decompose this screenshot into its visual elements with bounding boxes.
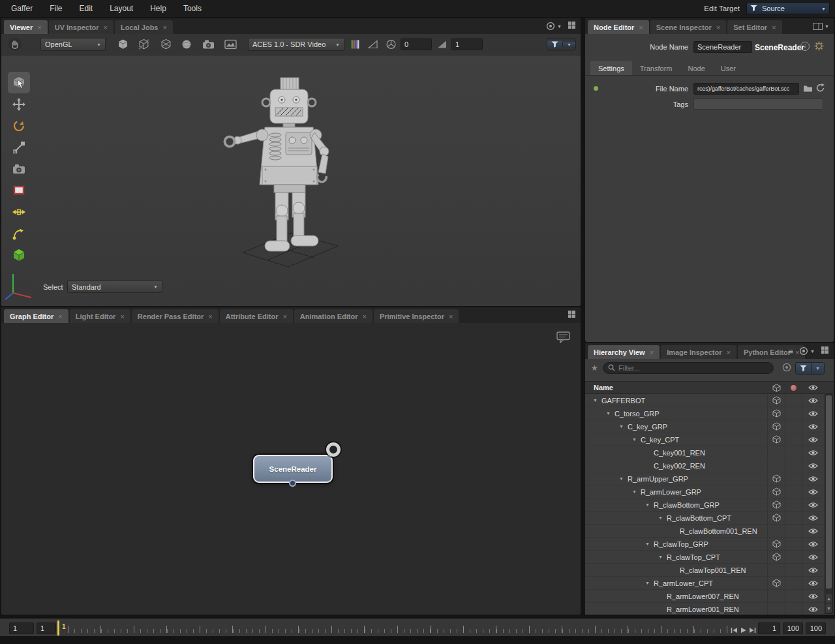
expander-icon[interactable]: ▼ — [593, 398, 601, 403]
viewer-tab-local-jobs[interactable]: Local Jobs× — [115, 20, 173, 34]
s​ets-cell[interactable] — [767, 564, 785, 576]
shading-solid-icon[interactable] — [117, 39, 129, 50]
hierarchy-row-c-key001-ren[interactable]: C_key001_REN — [585, 446, 834, 459]
hierarchy-row-r-armlower-grp[interactable]: ▼R_armLower_GRP — [585, 485, 834, 498]
s​ets-cell[interactable] — [767, 498, 785, 511]
node-output-plug[interactable] — [326, 442, 341, 457]
name-column-header[interactable]: Name — [585, 384, 767, 391]
s​ets-cell[interactable] — [767, 577, 785, 589]
expander-icon[interactable]: ▼ — [645, 581, 654, 585]
hierarchy-row-r-clawbottom001-ren[interactable]: R_clawBottom001_REN — [585, 525, 834, 538]
shading-points-icon[interactable] — [181, 39, 192, 50]
s​ets-cell[interactable] — [767, 485, 785, 498]
expander-icon[interactable]: ▼ — [619, 476, 628, 481]
gafferbot-model[interactable] — [223, 75, 354, 271]
tab-close-icon[interactable]: × — [104, 23, 108, 31]
aim-light-tool[interactable] — [8, 222, 30, 244]
exclusions-cell[interactable] — [785, 485, 802, 498]
graph-editor-canvas[interactable]: SceneReader — [1, 323, 581, 615]
tab-close-icon[interactable]: × — [772, 23, 776, 31]
visibility-cell[interactable] — [802, 394, 824, 406]
crop-window-tool[interactable] — [8, 179, 30, 201]
edit-target-source-button[interactable]: Source ▼ — [746, 3, 830, 14]
visibility-cell[interactable] — [802, 551, 824, 563]
s​ets-cell[interactable] — [767, 603, 785, 615]
tab-close-icon[interactable]: × — [726, 348, 730, 356]
exclusions-cell[interactable] — [785, 472, 802, 485]
visibility-cell[interactable] — [802, 407, 824, 420]
expander-icon[interactable]: ▼ — [632, 437, 641, 442]
hierarchy-row-c-key-cpt[interactable]: ▼C_key_CPT — [585, 433, 834, 446]
hamburger-icon[interactable]: ≡ — [788, 346, 793, 356]
tab-close-icon[interactable]: × — [362, 313, 366, 320]
hierarchy-tab-hierarchy-view[interactable]: Hierarchy View× — [588, 345, 660, 359]
timeline-ruler[interactable] — [68, 621, 728, 634]
skip-to-end-button[interactable] — [749, 624, 756, 636]
s​ets-cell[interactable] — [767, 433, 785, 446]
section-tab-settings[interactable]: Settings — [590, 61, 632, 76]
tab-close-icon[interactable]: × — [208, 313, 212, 320]
visibility-cell[interactable] — [802, 603, 824, 615]
hierarchy-row-r-clawbottom-grp[interactable]: ▼R_clawBottom_GRP — [585, 498, 834, 512]
play-button[interactable] — [740, 624, 747, 636]
graph-tab-attribute-editor[interactable]: Attribute Editor× — [220, 309, 293, 323]
hierarchy-row-c-key-grp[interactable]: ▼C_key_GRP — [585, 420, 834, 433]
s​ets-cell[interactable] — [767, 459, 785, 472]
visibility-column-header[interactable] — [802, 382, 824, 393]
exclusions-cell[interactable] — [785, 433, 802, 446]
exclusions-cell[interactable] — [785, 590, 802, 602]
expander-icon[interactable]: ▼ — [606, 411, 615, 416]
hierarchy-row-r-armlower-cpt[interactable]: ▼R_armLower_CPT — [585, 577, 834, 590]
annotations-icon[interactable] — [556, 331, 570, 346]
expander-icon[interactable]: ▼ — [645, 542, 654, 546]
menu-help[interactable]: Help — [142, 0, 175, 17]
node-bottom-plug[interactable] — [289, 480, 296, 487]
scale-tool[interactable] — [8, 136, 30, 158]
layout-menu-icon[interactable] — [568, 20, 576, 32]
node-editor-tab-scene-inspector[interactable]: Scene Inspector× — [650, 20, 726, 34]
graph-tab-render-pass-editor[interactable]: Render Pass Editor× — [132, 309, 219, 323]
visibility-cell[interactable] — [802, 512, 824, 524]
scroll-up-button[interactable]: ▲ — [826, 594, 832, 603]
s​ets-cell[interactable] — [767, 538, 785, 550]
visibility-cell[interactable] — [802, 446, 824, 459]
node-name-input[interactable] — [693, 41, 752, 53]
expander-icon[interactable]: ▼ — [658, 555, 667, 559]
graph-tab-graph-editor[interactable]: Graph Editor× — [4, 309, 68, 323]
hierarchy-row-r-clawbottom-cpt[interactable]: ▼R_clawBottom_CPT — [585, 512, 834, 525]
exclusions-cell[interactable] — [785, 446, 802, 459]
selection-sync-icon[interactable] — [782, 363, 791, 375]
sets-column-header[interactable] — [767, 382, 785, 393]
hierarchy-row-r-clawtop001-ren[interactable]: R_clawTop001_REN — [585, 564, 834, 577]
exclusions-cell[interactable] — [785, 577, 802, 589]
hierarchy-row-gafferbot[interactable]: ▼GAFFERBOT — [585, 394, 834, 407]
rotate-tool[interactable] — [8, 115, 30, 136]
tags-input[interactable] — [693, 99, 823, 110]
visibility-cell[interactable] — [802, 472, 824, 485]
pan-hand-icon[interactable] — [8, 37, 22, 52]
visibility-cell[interactable] — [802, 498, 824, 511]
visibility-cell[interactable] — [802, 577, 824, 589]
menu-layout[interactable]: Layout — [101, 0, 142, 17]
graph-tab-primitive-inspector[interactable]: Primitive Inspector× — [374, 309, 459, 323]
clipping-icon[interactable] — [368, 40, 378, 49]
s​ets-cell[interactable] — [767, 446, 785, 459]
exclusions-cell[interactable] — [785, 394, 802, 406]
hierarchy-row-c-key002-ren[interactable]: C_key002_REN — [585, 459, 834, 472]
tab-close-icon[interactable]: × — [650, 348, 654, 356]
section-tab-transform[interactable]: Transform — [632, 61, 680, 76]
shading-wireframe-icon[interactable] — [160, 39, 172, 50]
frame-range-max-field[interactable] — [806, 622, 826, 634]
node-editor-tab-set-editor[interactable]: Set Editor× — [727, 20, 782, 34]
tab-close-icon[interactable]: × — [58, 313, 62, 320]
exclusions-cell[interactable] — [785, 407, 802, 420]
compare-mode-button[interactable]: ▼ — [799, 346, 815, 356]
info-icon[interactable]: i — [800, 42, 810, 51]
tab-close-icon[interactable]: × — [37, 23, 41, 31]
hierarchy-row-r-clawtop-grp[interactable]: ▼R_clawTop_GRP — [585, 538, 834, 551]
hierarchy-row-r-armlower007-ren[interactable]: R_armLower007_REN — [585, 590, 834, 603]
translate-tool[interactable] — [8, 93, 30, 115]
section-tab-user[interactable]: User — [713, 61, 744, 76]
gamma-field[interactable] — [451, 38, 483, 50]
expander-icon[interactable]: ▼ — [619, 424, 628, 429]
